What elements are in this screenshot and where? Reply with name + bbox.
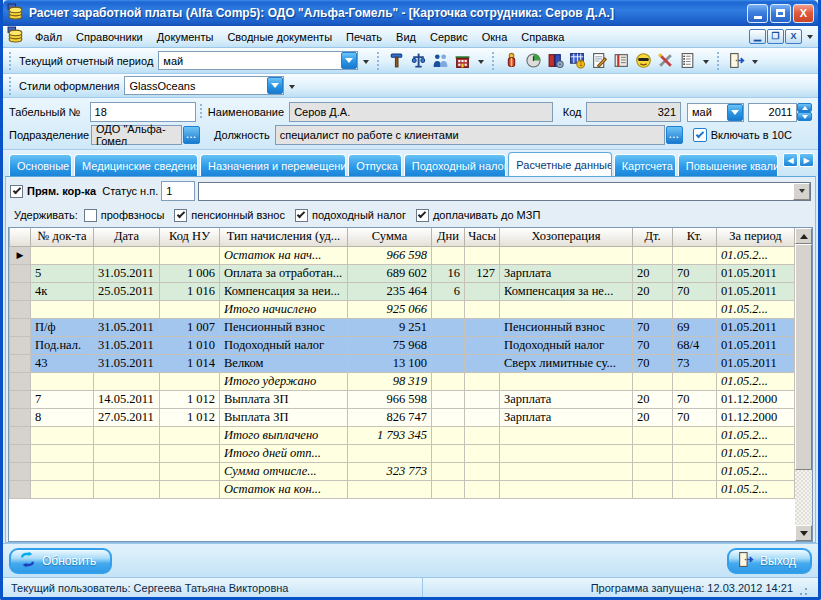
table-cell[interactable] xyxy=(94,444,160,462)
table-cell[interactable]: 1 010 xyxy=(160,336,220,354)
table-cell[interactable] xyxy=(465,354,500,372)
table-cell[interactable] xyxy=(31,426,94,444)
table-cell[interactable]: П/ф xyxy=(31,318,94,336)
table-row[interactable]: 714.05.20111 012Выплата ЗП966 598Зарплат… xyxy=(10,390,795,408)
table-cell[interactable] xyxy=(31,462,94,480)
table-row[interactable]: П/ф31.05.20111 007Пенсионный взнос9 251П… xyxy=(10,318,795,336)
table-cell[interactable] xyxy=(160,372,220,390)
year-input[interactable]: 2011 xyxy=(748,103,797,122)
table-cell[interactable]: 01.05.2... xyxy=(717,372,795,390)
column-header[interactable]: Сумма xyxy=(348,228,432,246)
row-selector[interactable] xyxy=(10,390,31,408)
row-selector[interactable] xyxy=(10,426,31,444)
table-cell[interactable]: 01.05.2... xyxy=(717,444,795,462)
table-cell[interactable]: 1 014 xyxy=(160,354,220,372)
year-spinner[interactable] xyxy=(797,103,812,121)
table-cell[interactable]: Компенсация за неи... xyxy=(220,282,348,300)
table-cell[interactable]: 16 xyxy=(432,264,465,282)
table-cell[interactable]: 70 xyxy=(673,408,717,426)
table-cell[interactable]: 5 xyxy=(31,264,94,282)
table-cell[interactable] xyxy=(94,462,160,480)
table-row[interactable]: ▶Остаток на нач...966 59801.05.2... xyxy=(10,246,795,264)
table-cell[interactable]: 70 xyxy=(673,282,717,300)
tab-3[interactable]: Назначения и перемещения xyxy=(200,154,346,176)
year-up-icon[interactable] xyxy=(797,103,812,112)
table-cell[interactable] xyxy=(432,300,465,318)
table-cell[interactable]: 13 100 xyxy=(348,354,432,372)
table-cell[interactable]: 01.05.2... xyxy=(717,300,795,318)
department-browse-button[interactable]: ... xyxy=(183,126,200,144)
table-row[interactable]: Итого начислено925 06601.05.2... xyxy=(10,300,795,318)
month-dropdown-icon[interactable] xyxy=(727,104,743,121)
tab-7[interactable]: Картсчета xyxy=(614,154,676,176)
table-cell[interactable]: Итого выплачено xyxy=(220,426,348,444)
row-selector[interactable] xyxy=(10,354,31,372)
table-cell[interactable] xyxy=(160,480,220,498)
month-combobox[interactable]: май xyxy=(687,103,744,122)
table-cell[interactable]: Сверх лимитные су... xyxy=(500,354,633,372)
table-cell[interactable] xyxy=(633,444,673,462)
table-cell[interactable]: 1 006 xyxy=(160,264,220,282)
table-cell[interactable]: Подоходный налог xyxy=(220,336,348,354)
table-cell[interactable] xyxy=(160,300,220,318)
mdi-restore-button[interactable]: ❐ xyxy=(767,29,784,44)
toolbar-grip[interactable] xyxy=(491,52,497,70)
table-cell[interactable] xyxy=(432,390,465,408)
year-down-icon[interactable] xyxy=(797,112,812,121)
table-cell[interactable] xyxy=(633,462,673,480)
table-cell[interactable]: 966 598 xyxy=(348,246,432,264)
period-dropdown-icon[interactable] xyxy=(341,52,357,69)
table-cell[interactable] xyxy=(432,462,465,480)
table-row[interactable]: Итого удержано98 31901.05.2... xyxy=(10,372,795,390)
table-cell[interactable]: Итого дней отп... xyxy=(220,444,348,462)
tab-scroll-right-icon[interactable]: ▶ xyxy=(799,153,814,167)
table-cell[interactable] xyxy=(160,462,220,480)
minimize-button[interactable] xyxy=(747,4,768,23)
table-cell[interactable]: Подоходный налог xyxy=(500,336,633,354)
tools-icon[interactable] xyxy=(655,51,675,71)
table-cell[interactable]: 01.05.2... xyxy=(717,480,795,498)
table-cell[interactable] xyxy=(500,480,633,498)
table-cell[interactable]: 20 xyxy=(633,264,673,282)
mdi-minimize-button[interactable]: ▁ xyxy=(749,29,766,44)
tab-6[interactable]: Расчетные данные xyxy=(508,152,611,176)
toolbar-more-arrow[interactable] xyxy=(475,51,486,71)
table-cell[interactable]: 01.12.2000 xyxy=(717,408,795,426)
toolbar-grip[interactable] xyxy=(8,52,14,70)
table-cell[interactable] xyxy=(94,300,160,318)
table-cell[interactable]: 31.05.2011 xyxy=(94,318,160,336)
table-row[interactable]: 4331.05.20111 014Велком13 100Сверх лимит… xyxy=(10,354,795,372)
menu-item-Печать[interactable]: Печать xyxy=(339,28,389,46)
toolbar-more-arrow[interactable] xyxy=(360,51,371,71)
toolbar-more-arrow[interactable] xyxy=(700,51,711,71)
table-cell[interactable] xyxy=(633,246,673,264)
menu-item-Справка[interactable]: Справка xyxy=(514,28,571,46)
stand-icon[interactable] xyxy=(408,51,428,71)
table-cell[interactable]: 4к xyxy=(31,282,94,300)
table-cell[interactable] xyxy=(500,444,633,462)
grid-vertical-scrollbar[interactable] xyxy=(795,228,812,541)
table-cell[interactable]: 20 xyxy=(633,390,673,408)
table-cell[interactable]: 27.05.2011 xyxy=(94,408,160,426)
table-cell[interactable] xyxy=(31,372,94,390)
table-cell[interactable]: 73 xyxy=(673,354,717,372)
table-cell[interactable] xyxy=(432,480,465,498)
direct-correction-checkbox[interactable] xyxy=(10,185,23,198)
withhold-checkbox-доплачивать до МЗП[interactable] xyxy=(416,209,429,222)
table-cell[interactable] xyxy=(673,444,717,462)
row-selector[interactable] xyxy=(10,444,31,462)
table-cell[interactable]: 31.05.2011 xyxy=(94,354,160,372)
table-cell[interactable] xyxy=(31,246,94,264)
withhold-checkbox-пенсионный взнос[interactable] xyxy=(174,209,187,222)
row-selector[interactable] xyxy=(10,282,31,300)
tab-scroll-left-icon[interactable]: ◀ xyxy=(783,153,798,167)
tab-1[interactable]: Основные xyxy=(9,154,72,176)
table-cell[interactable]: 01.05.2011 xyxy=(717,318,795,336)
table-cell[interactable]: 70 xyxy=(633,354,673,372)
table-cell[interactable] xyxy=(432,318,465,336)
table-cell[interactable]: 31.05.2011 xyxy=(94,264,160,282)
list-icon[interactable] xyxy=(677,51,697,71)
menu-item-Сервис[interactable]: Сервис xyxy=(423,28,475,46)
table-cell[interactable]: Пенсионный взнос xyxy=(500,318,633,336)
column-header[interactable]: Хозоперация xyxy=(500,228,633,246)
